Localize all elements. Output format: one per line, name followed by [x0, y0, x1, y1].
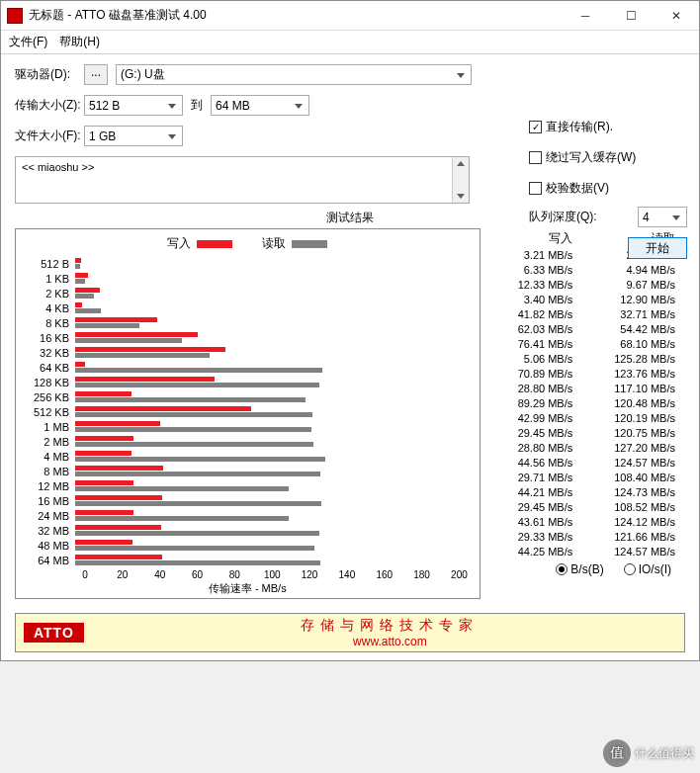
drive-select[interactable]: (G:) U盘 — [116, 64, 472, 85]
table-row: 44.21 MB/s124.73 MB/s — [481, 484, 685, 499]
verify-checkbox[interactable]: 校验数据(V) — [529, 180, 687, 197]
bar-write — [75, 495, 162, 500]
chart-row: 24 MB — [26, 508, 470, 523]
bar-write — [75, 347, 225, 352]
cell-read: 9.67 MB/s — [582, 279, 685, 291]
drive-label: 驱动器(D): — [15, 66, 84, 83]
cell-read: 121.66 MB/s — [582, 531, 685, 543]
cell-write: 76.41 MB/s — [481, 338, 583, 350]
footer-slogan: 存储与网络技术专家 — [301, 617, 479, 633]
bar-read — [75, 501, 321, 506]
table-row: 28.80 MB/s117.10 MB/s — [481, 381, 685, 395]
menu-file[interactable]: 文件(F) — [9, 34, 47, 50]
chart-row: 2 MB — [26, 434, 470, 449]
bar-write — [75, 406, 251, 411]
bar-read — [75, 368, 322, 373]
cell-read: 123.76 MB/s — [582, 368, 685, 380]
radio-icon — [556, 563, 568, 575]
bar-write — [75, 332, 198, 337]
bar-write — [75, 480, 133, 485]
table-row: 29.45 MB/s108.52 MB/s — [481, 499, 685, 514]
cell-write: 70.89 MB/s — [481, 368, 583, 380]
bypass-cache-checkbox[interactable]: 绕过写入缓存(W) — [529, 149, 687, 166]
checkbox-icon — [529, 182, 542, 195]
maximize-button[interactable]: ☐ — [608, 1, 654, 31]
scrollbar[interactable] — [452, 157, 469, 203]
bar-read — [75, 427, 311, 432]
cell-read: 120.48 MB/s — [582, 397, 685, 409]
queue-depth-select[interactable]: 4 — [638, 207, 687, 227]
cell-write: 6.33 MB/s — [481, 264, 583, 276]
x-tick: 60 — [188, 569, 208, 580]
chart-row: 64 MB — [26, 553, 470, 567]
file-size-label: 文件大小(F): — [15, 128, 84, 144]
x-tick: 40 — [150, 569, 170, 580]
table-row: 43.61 MB/s124.12 MB/s — [481, 514, 685, 529]
chart-row: 64 KB — [26, 360, 470, 375]
transfer-size-label: 传输大小(Z): — [15, 97, 84, 114]
minimize-button[interactable]: ─ — [563, 1, 608, 31]
bar-read — [75, 546, 314, 551]
cell-write: 42.99 MB/s — [481, 412, 583, 424]
cell-write: 29.45 MB/s — [481, 427, 583, 439]
cell-read: 120.19 MB/s — [582, 412, 685, 424]
bar-write — [75, 466, 163, 471]
chart-row: 1 KB — [26, 271, 470, 286]
y-tick-label: 16 KB — [26, 332, 75, 344]
bar-read — [75, 353, 210, 358]
y-tick-label: 2 MB — [26, 436, 75, 448]
y-tick-label: 24 MB — [26, 510, 75, 522]
cell-write: 44.25 MB/s — [481, 546, 583, 558]
radio-ios[interactable]: IO/s(I) — [624, 562, 671, 576]
size-to-select[interactable]: 64 MB — [211, 95, 309, 116]
close-button[interactable]: ✕ — [654, 1, 699, 31]
menubar: 文件(F) 帮助(H) — [1, 31, 699, 54]
direct-io-checkbox[interactable]: ✓ 直接传输(R). — [529, 119, 687, 135]
x-tick: 120 — [300, 569, 319, 580]
x-tick: 100 — [262, 569, 282, 580]
checkbox-icon: ✓ — [529, 121, 542, 133]
cell-read: 54.42 MB/s — [582, 323, 685, 335]
x-tick: 140 — [337, 569, 357, 580]
cell-write: 44.56 MB/s — [481, 457, 583, 469]
bar-write — [75, 258, 81, 263]
cell-read: 117.10 MB/s — [582, 383, 685, 394]
y-tick-label: 1 MB — [26, 421, 75, 433]
cell-write: 3.40 MB/s — [481, 294, 583, 305]
description-textarea[interactable]: << miaoshu >> — [15, 156, 470, 204]
table-row: 44.25 MB/s124.57 MB/s — [481, 544, 685, 558]
cell-write: 28.80 MB/s — [481, 442, 583, 454]
app-window: 无标题 - ATTO 磁盘基准测试 4.00 ─ ☐ ✕ 文件(F) 帮助(H)… — [0, 0, 700, 661]
footer-url[interactable]: www.atto.com — [104, 635, 676, 648]
chart-row: 2 KB — [26, 286, 470, 301]
chart-row: 512 KB — [26, 404, 470, 419]
bar-write — [75, 362, 85, 367]
bar-write — [75, 421, 160, 426]
titlebar[interactable]: 无标题 - ATTO 磁盘基准测试 4.00 ─ ☐ ✕ — [1, 1, 699, 31]
cell-read: 124.57 MB/s — [582, 546, 685, 558]
y-tick-label: 64 MB — [26, 555, 75, 566]
chart-row: 1 MB — [26, 419, 470, 434]
chart-row: 16 KB — [26, 330, 470, 345]
chart-row: 32 MB — [26, 523, 470, 538]
atto-logo: ATTO — [24, 623, 84, 643]
x-tick: 200 — [449, 569, 469, 580]
y-tick-label: 4 MB — [26, 451, 75, 463]
chart-row: 4 MB — [26, 449, 470, 464]
chart-row: 48 MB — [26, 538, 470, 553]
bar-write — [75, 273, 88, 278]
menu-help[interactable]: 帮助(H) — [59, 34, 100, 50]
chart-row: 8 KB — [26, 315, 470, 330]
drive-browse-button[interactable]: ... — [84, 64, 108, 85]
chart-row: 8 MB — [26, 464, 470, 478]
size-from-select[interactable]: 512 B — [84, 95, 183, 116]
queue-depth-label: 队列深度(Q): — [529, 209, 638, 225]
file-size-select[interactable]: 1 GB — [84, 126, 183, 146]
y-tick-label: 32 KB — [26, 347, 75, 359]
chart-row: 32 KB — [26, 345, 470, 360]
radio-bs[interactable]: B/s(B) — [556, 562, 603, 576]
cell-read: 124.12 MB/s — [582, 516, 685, 528]
start-button[interactable]: 开始 — [628, 237, 687, 259]
x-tick: 180 — [412, 569, 432, 580]
bar-write — [75, 525, 161, 530]
